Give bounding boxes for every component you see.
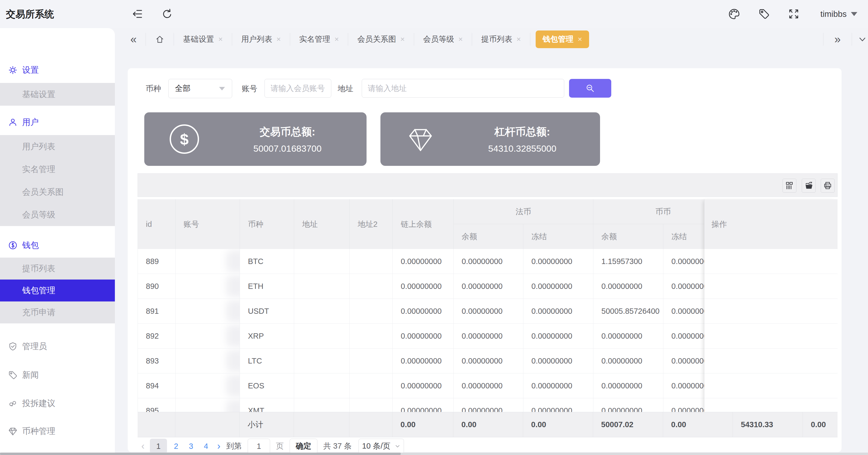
palette-icon[interactable] [728,8,740,20]
gem-icon [8,426,18,436]
print-button[interactable] [821,179,835,193]
account-redacted [226,250,240,273]
cell-account: . [176,373,240,398]
gear-icon [8,65,18,75]
tag-icon [8,370,18,380]
close-icon[interactable]: × [277,35,281,44]
tab-item[interactable]: 提币列表 × [477,34,524,45]
column-header-chain-balance: 链上余额 [393,199,454,249]
cell-id: 889 [138,249,176,274]
sidebar-section-users[interactable]: 用户 [0,113,115,132]
close-icon[interactable]: × [459,35,463,44]
sidebar-section-feedback[interactable]: 投拆建议 [0,394,115,413]
column-group-fiat: 法币 [454,199,593,224]
tab-item[interactable]: 会员等级 × [420,34,466,45]
close-icon[interactable]: × [517,35,521,44]
column-header-address2: 地址2 [350,199,393,249]
account-input[interactable] [265,79,331,97]
user-icon [8,117,18,127]
tab-item-active[interactable]: 钱包管理 × [536,30,589,48]
horizontal-scrollbar-thumb[interactable] [0,453,401,455]
sidebar-item-user-list[interactable]: 用户列表 [0,135,115,158]
cell-fiat-balance: 0.00000000 [454,274,523,298]
tabs-scroll-right-button[interactable]: » [824,34,852,45]
app-title: 交易所系统 [6,0,54,28]
goto-page-suffix: 页 [276,441,284,452]
cell-address [294,373,350,398]
sidebar-section-news[interactable]: 新闻 [0,366,115,385]
page-number[interactable]: 4 [200,442,212,451]
column-header-currency: 币种 [240,199,294,249]
cell-currency: EOS [240,373,294,398]
sidebar-item-withdraw-list[interactable]: 提币列表 [0,258,115,280]
account-filter-label: 账号 [242,83,257,94]
cell-coin-balance: 0.00000000 [593,398,663,412]
user-menu[interactable]: timibbs [820,0,857,28]
tabs-scroll-left-button[interactable]: « [127,34,140,45]
page-number[interactable]: 2 [170,442,182,451]
address-input[interactable] [362,79,564,97]
tag-icon[interactable] [758,8,770,20]
page-number-current[interactable]: 1 [150,439,167,454]
column-header-coin-balance: 余额 [593,224,663,249]
sidebar-section-currency-management[interactable]: 币种管理 [0,422,115,440]
cell-address2 [350,249,393,274]
tabs-menu-button[interactable] [852,35,868,44]
tab-item[interactable]: 用户列表 × [238,34,284,45]
cell-coin-balance: 1.15957300 [593,249,663,274]
collapse-menu-icon[interactable] [131,8,143,20]
tab-item[interactable]: 会员关系图 × [353,34,408,45]
column-header-fiat-balance: 余额 [454,224,523,249]
summary-lever-frozen: 0.00 [803,412,838,437]
cell-coin-balance: 0.00000000 [593,348,663,373]
sidebar-item-wallet-management[interactable]: 钱包管理 [0,280,115,302]
account-redacted [226,325,240,347]
currency-filter-label: 币种 [146,83,161,94]
cell-coin-balance: 50005.85726400 [593,299,663,323]
tab-bar: « 基础设置 × 用户列表 × 实名管理 × 会员关系图 × 会员等级 × [127,28,868,51]
goto-page-input[interactable]: 1 [248,439,270,454]
close-icon[interactable]: × [578,35,582,44]
column-display-button[interactable] [782,179,797,193]
page-size-select[interactable]: 10 条/页 [359,439,404,454]
next-page-button[interactable]: › [213,440,224,452]
search-icon [585,83,596,94]
tab-home[interactable] [151,34,168,44]
column-header-fiat-frozen: 冻结 [523,224,593,249]
currency-select-value: 全部 [175,83,190,94]
prev-page-button[interactable]: ‹ [137,440,148,452]
sidebar-item-deposit-request[interactable]: 充币申请 [0,302,115,323]
sidebar-section-wallet[interactable]: 钱包 [0,236,115,255]
account-redacted [226,300,240,322]
sidebar-item-member-graph[interactable]: 会员关系图 [0,180,115,203]
card-value: 50007.01683700 [224,143,350,154]
currency-select[interactable]: 全部 [168,79,232,98]
account-redacted [226,350,240,372]
cell-fiat-frozen: 0.00000000 [523,274,593,298]
page-number[interactable]: 3 [185,442,197,451]
cell-chain-balance: 0.00000000 [393,373,454,398]
close-icon[interactable]: × [400,35,404,44]
tab-item[interactable]: 实名管理 × [296,34,342,45]
search-button[interactable] [569,79,611,97]
cell-fiat-balance: 0.00000000 [454,348,523,373]
sidebar-item-basic-settings[interactable]: 基础设置 [0,83,115,106]
chevron-down-icon [394,443,401,449]
home-icon [155,34,164,44]
cell-fiat-frozen: 0.00000000 [523,324,593,348]
tab-item[interactable]: 基础设置 × [179,34,226,45]
sidebar-item-realname[interactable]: 实名管理 [0,158,115,180]
close-icon[interactable]: × [335,35,339,44]
fullscreen-icon[interactable] [788,8,800,20]
gem-icon [380,125,461,153]
sidebar-section-settings[interactable]: 设置 [0,61,115,80]
table-toolbar [137,173,838,197]
close-icon[interactable]: × [218,35,222,44]
cell-address2 [350,299,393,323]
export-button[interactable] [802,179,816,193]
goto-confirm-button[interactable]: 确定 [289,439,317,454]
cell-chain-balance: 0.00000000 [393,299,454,323]
sidebar-section-admin[interactable]: 管理员 [0,337,115,356]
refresh-icon[interactable] [161,8,173,20]
sidebar-item-member-level[interactable]: 会员等级 [0,203,115,226]
